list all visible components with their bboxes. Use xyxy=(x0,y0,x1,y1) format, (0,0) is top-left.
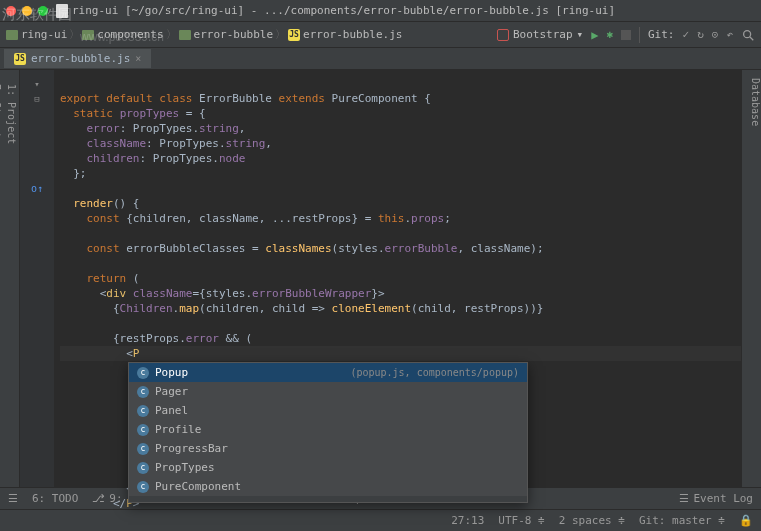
folder-icon xyxy=(82,30,94,40)
code-line: export default class ErrorBubble extends… xyxy=(60,92,431,105)
bootstrap-icon xyxy=(497,29,509,41)
history-icon[interactable]: ⊙ xyxy=(712,28,719,41)
git-update-icon[interactable]: ✓ xyxy=(683,28,690,41)
class-icon: c xyxy=(137,443,149,455)
event-log-tool-tab[interactable]: ☰ Event Log xyxy=(679,492,753,505)
breadcrumb-file[interactable]: JS error-bubble.js xyxy=(288,28,402,41)
class-icon: c xyxy=(137,386,149,398)
class-icon: c xyxy=(137,405,149,417)
code-line: render() { xyxy=(60,197,140,210)
run-button[interactable]: ▶ xyxy=(591,28,598,42)
javascript-icon: JS xyxy=(14,53,26,65)
stop-button[interactable] xyxy=(621,30,631,40)
event-log-icon: ☰ xyxy=(679,492,689,505)
project-panel-tab[interactable]: 1: Project xyxy=(4,78,19,487)
breadcrumb-label: ring-ui xyxy=(21,28,67,41)
tab-filename: error-bubble.js xyxy=(31,52,130,65)
git-label: Git: xyxy=(648,28,675,41)
git-branch-selector[interactable]: Git: master ≑ xyxy=(639,514,725,527)
window-controls xyxy=(6,6,48,16)
code-line: const errorBubbleClasses = classNames(st… xyxy=(60,242,544,255)
autocomplete-label: Pager xyxy=(155,385,188,398)
svg-point-0 xyxy=(744,30,751,37)
run-configuration-selector[interactable]: Bootstrap ▾ xyxy=(497,28,583,41)
autocomplete-label: PropTypes xyxy=(155,461,215,474)
statusbar: 27:13 UTF-8 ≑ 2 spaces ≑ Git: master ≑ 🔒 xyxy=(0,509,761,531)
folder-icon xyxy=(179,30,191,40)
debug-button[interactable]: ✱ xyxy=(606,28,613,41)
code-line: {restProps.error && ( xyxy=(60,332,252,345)
breadcrumb-sep: 〉 xyxy=(166,27,177,42)
tool-window-button[interactable]: ☰ xyxy=(8,492,18,505)
database-panel-tab[interactable]: Database xyxy=(750,78,761,487)
autocomplete-label: PureComponent xyxy=(155,480,241,493)
close-icon[interactable]: × xyxy=(135,53,141,64)
class-icon: c xyxy=(137,462,149,474)
folder-icon xyxy=(6,30,18,40)
separator xyxy=(639,27,640,43)
code-line: <div className={styles.errorBubbleWrappe… xyxy=(60,287,385,300)
chevron-down-icon: ▾ xyxy=(577,28,584,41)
autocomplete-label: Panel xyxy=(155,404,188,417)
breadcrumb-sep: 〉 xyxy=(275,27,286,42)
encoding-selector[interactable]: UTF-8 ≑ xyxy=(498,514,544,527)
code-line: return ( xyxy=(60,272,140,285)
lock-icon[interactable]: 🔒 xyxy=(739,514,753,527)
breadcrumb-item[interactable]: components xyxy=(82,28,163,41)
editor-tab[interactable]: JS error-bubble.js × xyxy=(4,49,151,68)
autocomplete-label: Profile xyxy=(155,423,201,436)
run-config-label: Bootstrap xyxy=(513,28,573,41)
autocomplete-label: ProgressBar xyxy=(155,442,228,455)
class-icon: c xyxy=(137,367,149,379)
editor-tabs: JS error-bubble.js × xyxy=(0,48,761,70)
code-line: error: PropTypes.string, xyxy=(60,122,245,135)
code-line: static propTypes = { xyxy=(60,107,206,120)
breadcrumb-root[interactable]: ring-ui xyxy=(6,28,67,41)
autocomplete-item[interactable]: c Popup (popup.js, components/popup) xyxy=(129,363,527,382)
git-commit-icon[interactable]: ↻ xyxy=(697,28,704,41)
left-tool-strip: 1: Project 7: Structure npm 2: Favorites xyxy=(0,70,20,487)
close-window-button[interactable] xyxy=(6,6,16,16)
override-gutter-icon[interactable]: o↑ xyxy=(31,183,43,194)
breadcrumb-label: components xyxy=(97,28,163,41)
autocomplete-hint: (popup.js, components/popup) xyxy=(350,367,519,378)
window-title-text: ring-ui [~/go/src/ring-ui] - .../compone… xyxy=(72,4,615,17)
structure-panel-tab[interactable]: 7: Structure xyxy=(0,78,4,487)
window-title: ring-ui [~/go/src/ring-ui] - .../compone… xyxy=(56,4,615,18)
autocomplete-popup: c Popup (popup.js, components/popup) c P… xyxy=(128,362,528,503)
indent-selector[interactable]: 2 spaces ≑ xyxy=(559,514,625,527)
revert-icon[interactable]: ↶ xyxy=(726,28,733,41)
titlebar: ring-ui [~/go/src/ring-ui] - .../compone… xyxy=(0,0,761,22)
search-icon[interactable] xyxy=(741,28,755,42)
breadcrumb-item[interactable]: error-bubble xyxy=(179,28,273,41)
code-line: }; xyxy=(60,167,87,180)
breadcrumb-label: error-bubble.js xyxy=(303,28,402,41)
autocomplete-item[interactable]: c Profile xyxy=(129,420,527,439)
autocomplete-footer xyxy=(129,496,527,502)
code-editor[interactable]: ▾ ⊟ o↑ export default class ErrorBubble … xyxy=(20,70,741,487)
code-line: const {children, className, ...restProps… xyxy=(60,212,451,225)
code-line: children: PropTypes.node xyxy=(60,152,245,165)
code-line: {Children.map(children, child => cloneEl… xyxy=(60,302,543,315)
maximize-window-button[interactable] xyxy=(38,6,48,16)
fold-icon[interactable]: ▾ xyxy=(34,79,39,89)
autocomplete-item[interactable]: c Panel xyxy=(129,401,527,420)
autocomplete-item[interactable]: c PropTypes xyxy=(129,458,527,477)
editor-gutter: ▾ ⊟ o↑ xyxy=(20,70,54,487)
right-tool-strip: Database xyxy=(741,70,761,487)
autocomplete-item[interactable]: c ProgressBar xyxy=(129,439,527,458)
svg-line-1 xyxy=(750,36,754,40)
code-line-active: <P xyxy=(60,346,741,361)
breadcrumb: ring-ui 〉 components 〉 error-bubble 〉 JS… xyxy=(6,27,402,42)
navbar: ring-ui 〉 components 〉 error-bubble 〉 JS… xyxy=(0,22,761,48)
autocomplete-item[interactable]: c PureComponent xyxy=(129,477,527,496)
minimize-window-button[interactable] xyxy=(22,6,32,16)
autocomplete-item[interactable]: c Pager xyxy=(129,382,527,401)
fold-icon[interactable]: ⊟ xyxy=(34,94,39,104)
file-icon xyxy=(56,4,68,18)
breadcrumb-label: error-bubble xyxy=(194,28,273,41)
class-icon: c xyxy=(137,481,149,493)
code-line: className: PropTypes.string, xyxy=(60,137,272,150)
cursor-position[interactable]: 27:13 xyxy=(451,514,484,527)
class-icon: c xyxy=(137,424,149,436)
